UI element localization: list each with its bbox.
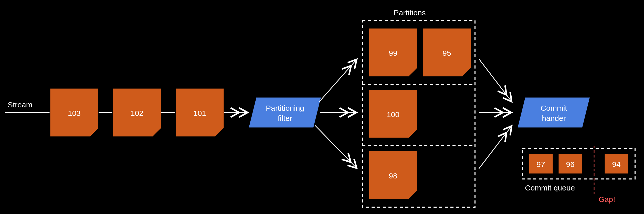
arrow-to-partition-1	[319, 59, 357, 102]
stream-note-102: 102	[113, 88, 161, 137]
commit-queue-label: Commit queue	[525, 184, 575, 192]
partition-note-98: 98	[369, 151, 417, 199]
svg-text:99: 99	[389, 49, 397, 57]
partitions-label: Partitions	[394, 8, 426, 17]
svg-text:filter: filter	[278, 114, 292, 122]
svg-text:94: 94	[612, 160, 620, 168]
partition-note-100: 100	[369, 89, 417, 138]
queue-item-97: 97	[529, 153, 553, 174]
stream-note-103: 103	[50, 88, 99, 137]
stream-label: Stream	[8, 100, 33, 109]
queue-item-94: 94	[604, 153, 629, 174]
partitioning-filter: Partitioning filter	[248, 97, 321, 128]
arrow-to-partition-3	[315, 125, 357, 169]
svg-marker-24	[517, 97, 590, 128]
partition-note-95: 95	[423, 28, 471, 77]
diagram-canvas: Stream 103 102 101 Partitioning filter P…	[0, 0, 644, 214]
svg-text:96: 96	[566, 160, 574, 168]
queue-item-96: 96	[558, 153, 583, 174]
svg-text:103: 103	[68, 109, 81, 117]
svg-text:Partitioning: Partitioning	[266, 104, 304, 112]
gap-label: Gap!	[598, 195, 615, 204]
arrow-part3-to-commit	[479, 125, 512, 169]
partition-note-99: 99	[369, 28, 417, 77]
svg-text:95: 95	[442, 49, 451, 57]
svg-text:Commit: Commit	[541, 104, 567, 112]
svg-text:hander: hander	[542, 114, 566, 122]
svg-text:102: 102	[131, 109, 143, 117]
commit-handler: Commit hander	[517, 97, 590, 128]
svg-marker-9	[248, 97, 321, 128]
svg-text:97: 97	[536, 160, 545, 168]
stream-note-101: 101	[175, 88, 224, 137]
svg-text:98: 98	[389, 172, 397, 180]
svg-text:101: 101	[193, 109, 206, 117]
svg-text:100: 100	[387, 110, 399, 119]
arrow-part1-to-commit	[479, 59, 512, 102]
